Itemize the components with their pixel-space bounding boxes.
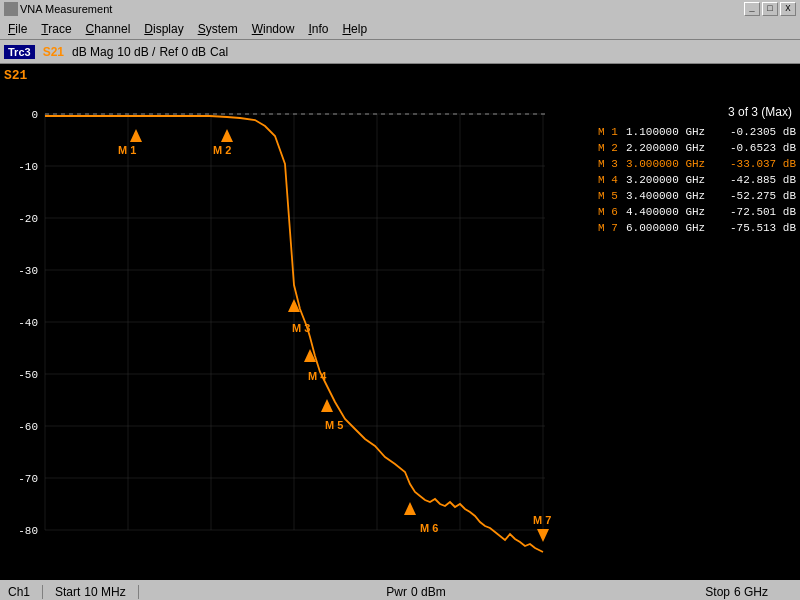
marker-7-freq: 6.000000 GHz bbox=[626, 220, 726, 236]
menu-display[interactable]: Display bbox=[138, 20, 189, 38]
marker-2-id: M 2 bbox=[598, 140, 622, 156]
menu-info[interactable]: Info bbox=[302, 20, 334, 38]
marker-4-id: M 4 bbox=[598, 172, 622, 188]
svg-marker-38 bbox=[537, 529, 549, 542]
svg-text:-30: -30 bbox=[18, 265, 38, 277]
format-label[interactable]: dB Mag bbox=[72, 45, 113, 59]
start-label: Start bbox=[55, 585, 80, 599]
channel-label: Ch1 bbox=[8, 585, 30, 599]
maximize-button[interactable]: □ bbox=[762, 2, 778, 16]
svg-marker-26 bbox=[130, 129, 142, 142]
svg-text:-80: -80 bbox=[18, 525, 38, 537]
menu-file[interactable]: File bbox=[2, 20, 33, 38]
marker-7-id: M 7 bbox=[598, 220, 622, 236]
marker-3-freq: 3.000000 GHz bbox=[626, 156, 726, 172]
marker-2-freq: 2.200000 GHz bbox=[626, 140, 726, 156]
toolbar: Trc3 S21 dB Mag 10 dB / Ref 0 dB Cal bbox=[0, 40, 800, 64]
menu-system[interactable]: System bbox=[192, 20, 244, 38]
trace-number: Trc3 bbox=[4, 45, 35, 59]
scale-label[interactable]: 10 dB / bbox=[117, 45, 155, 59]
cal-label[interactable]: Cal bbox=[210, 45, 228, 59]
window-controls: _ □ X bbox=[744, 2, 796, 16]
marker-info-panel: M 1 1.100000 GHz -0.2305 dB M 2 2.200000… bbox=[598, 124, 796, 236]
menu-channel[interactable]: Channel bbox=[80, 20, 137, 38]
stop-section: Stop 6 GHz bbox=[705, 585, 780, 599]
marker-5-val: -52.275 dB bbox=[730, 188, 796, 204]
marker-row-2: M 2 2.200000 GHz -0.6523 dB bbox=[598, 140, 796, 156]
s-param-label[interactable]: S21 bbox=[39, 44, 68, 60]
stop-label: Stop bbox=[705, 585, 730, 599]
window-title: VNA Measurement bbox=[20, 3, 742, 15]
marker-3-id: M 3 bbox=[598, 156, 622, 172]
marker-3-val: -33.037 dB bbox=[730, 156, 796, 172]
chart-area: 3 of 3 (Max) S21 0 -10 -20 -30 -40 bbox=[0, 64, 800, 580]
minimize-button[interactable]: _ bbox=[744, 2, 760, 16]
marker-4-freq: 3.200000 GHz bbox=[626, 172, 726, 188]
marker-6-val: -72.501 dB bbox=[730, 204, 796, 220]
svg-text:M 5: M 5 bbox=[325, 419, 343, 431]
svg-text:-50: -50 bbox=[18, 369, 38, 381]
svg-text:M 1: M 1 bbox=[118, 144, 136, 156]
marker-row-1: M 1 1.100000 GHz -0.2305 dB bbox=[598, 124, 796, 140]
stop-value: 6 GHz bbox=[734, 585, 768, 599]
marker-7-val: -75.513 dB bbox=[730, 220, 796, 236]
svg-text:M 7: M 7 bbox=[533, 514, 551, 526]
title-bar: VNA Measurement _ □ X bbox=[0, 0, 800, 18]
svg-marker-28 bbox=[221, 129, 233, 142]
status-bar: Ch1 Start 10 MHz Pwr 0 dBm Stop 6 GHz bbox=[0, 580, 800, 600]
svg-text:0: 0 bbox=[31, 109, 38, 121]
close-button[interactable]: X bbox=[780, 2, 796, 16]
menu-help[interactable]: Help bbox=[336, 20, 373, 38]
svg-text:-10: -10 bbox=[18, 161, 38, 173]
svg-text:M 6: M 6 bbox=[420, 522, 438, 534]
marker-5-freq: 3.400000 GHz bbox=[626, 188, 726, 204]
start-section: Start 10 MHz bbox=[55, 585, 139, 599]
marker-row-7: M 7 6.000000 GHz -75.513 dB bbox=[598, 220, 796, 236]
svg-text:-60: -60 bbox=[18, 421, 38, 433]
pwr-label: Pwr bbox=[386, 585, 407, 599]
marker-6-freq: 4.400000 GHz bbox=[626, 204, 726, 220]
marker-1-id: M 1 bbox=[598, 124, 622, 140]
marker-row-6: M 6 4.400000 GHz -72.501 dB bbox=[598, 204, 796, 220]
marker-4-val: -42.885 dB bbox=[730, 172, 796, 188]
marker-1-val: -0.2305 dB bbox=[730, 124, 796, 140]
marker-row-5: M 5 3.400000 GHz -52.275 dB bbox=[598, 188, 796, 204]
pwr-value: 0 dBm bbox=[411, 585, 446, 599]
svg-text:-40: -40 bbox=[18, 317, 38, 329]
ref-label[interactable]: Ref 0 dB bbox=[159, 45, 206, 59]
menu-trace[interactable]: Trace bbox=[35, 20, 77, 38]
marker-6-id: M 6 bbox=[598, 204, 622, 220]
svg-text:-70: -70 bbox=[18, 473, 38, 485]
svg-marker-36 bbox=[404, 502, 416, 515]
pwr-section: Pwr 0 dBm bbox=[151, 585, 694, 599]
svg-text:M 2: M 2 bbox=[213, 144, 231, 156]
app-icon bbox=[4, 2, 18, 16]
menu-bar: File Trace Channel Display System Window… bbox=[0, 18, 800, 40]
menu-window[interactable]: Window bbox=[246, 20, 301, 38]
svg-marker-34 bbox=[321, 399, 333, 412]
marker-row-4: M 4 3.200000 GHz -42.885 dB bbox=[598, 172, 796, 188]
svg-text:M 4: M 4 bbox=[308, 370, 327, 382]
svg-text:-20: -20 bbox=[18, 213, 38, 225]
svg-text:M 3: M 3 bbox=[292, 322, 310, 334]
marker-row-3: M 3 3.000000 GHz -33.037 dB bbox=[598, 156, 796, 172]
channel-section: Ch1 bbox=[8, 585, 43, 599]
marker-1-freq: 1.100000 GHz bbox=[626, 124, 726, 140]
marker-5-id: M 5 bbox=[598, 188, 622, 204]
start-value: 10 MHz bbox=[84, 585, 125, 599]
marker-2-val: -0.6523 dB bbox=[730, 140, 796, 156]
